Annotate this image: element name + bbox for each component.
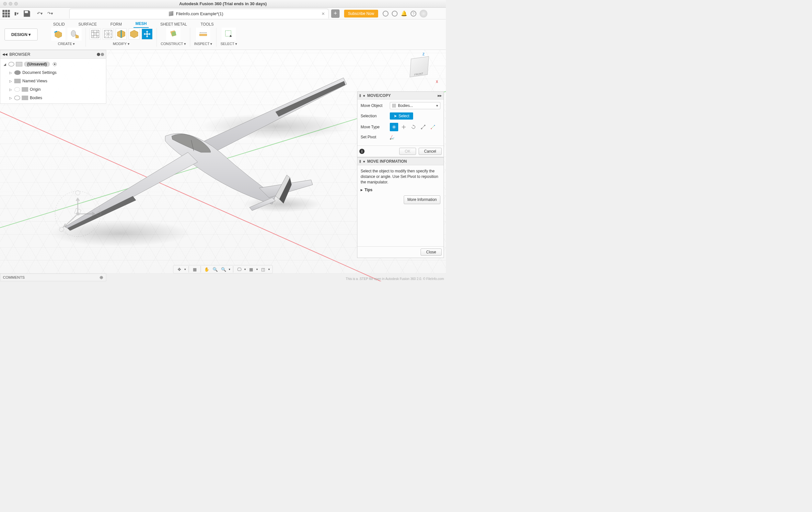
group-select-label[interactable]: SELECT ▾ xyxy=(220,42,237,46)
body-icon xyxy=(392,104,396,108)
tab-form[interactable]: FORM xyxy=(109,21,124,28)
tab-solid[interactable]: SOLID xyxy=(51,21,67,28)
viewport-layout-icon[interactable]: ◫ xyxy=(260,266,266,273)
tab-tools[interactable]: TOOLS xyxy=(199,21,215,28)
display-settings-icon[interactable]: 🖵 xyxy=(236,266,242,273)
tree-item-origin[interactable]: ▷ Origin xyxy=(0,85,106,94)
panel-collapse-icon[interactable]: ● xyxy=(363,159,365,164)
visibility-icon[interactable] xyxy=(8,62,14,66)
ribbon: DESIGN ▾ SOLID SURFACE FORM MESH SHEET M… xyxy=(0,20,446,50)
job-status-icon[interactable] xyxy=(392,11,398,17)
new-tab-button[interactable]: + xyxy=(331,9,340,18)
plane-cut-icon[interactable] xyxy=(116,29,127,39)
subscribe-button[interactable]: Subscribe Now xyxy=(344,10,378,18)
browser-collapse-icon[interactable]: ◀◀ xyxy=(2,53,7,56)
reverse-normal-icon[interactable] xyxy=(128,29,140,39)
info-text: Select the object to modify then specify… xyxy=(360,169,440,185)
measure-icon[interactable] xyxy=(196,28,210,40)
zoom-icon[interactable]: 🔍 xyxy=(212,266,219,273)
move-p2p-icon[interactable] xyxy=(419,123,427,131)
orbit-icon[interactable]: ✥ xyxy=(176,266,182,273)
move-info-panel: ⦀ ● MOVE INFORMATION Select the object t… xyxy=(357,157,444,258)
more-info-button[interactable]: More Information xyxy=(404,195,440,204)
viewcube[interactable]: FRONT Z X xyxy=(407,54,436,84)
file-new-icon[interactable]: ▮▾ xyxy=(12,9,21,18)
tab-surface[interactable]: SURFACE xyxy=(77,21,99,28)
tree-item-docsettings[interactable]: ▷ Document Settings xyxy=(0,68,106,77)
undo-icon[interactable]: ↶▾ xyxy=(36,9,44,18)
close-button[interactable]: Close xyxy=(420,249,442,256)
tab-mesh[interactable]: MESH xyxy=(134,20,149,28)
select-button[interactable]: ➤Select xyxy=(390,112,413,120)
titlebar: Autodesk Fusion 360 (Trial ends in 30 da… xyxy=(0,0,446,8)
panel-grip-icon[interactable]: ⦀ xyxy=(359,93,361,98)
help-icon[interactable]: ? xyxy=(410,11,416,17)
insert-mesh-icon[interactable] xyxy=(51,28,65,40)
document-tab[interactable]: FileInfo.com Example*(1) ✕ xyxy=(69,9,328,19)
visibility-icon[interactable] xyxy=(14,95,20,100)
grid-menu-icon[interactable] xyxy=(2,9,10,18)
tree-item-bodies[interactable]: ▷ Bodies xyxy=(0,94,106,102)
svg-marker-16 xyxy=(130,30,138,37)
tessellate-icon[interactable] xyxy=(67,28,82,40)
tips-toggle[interactable]: ▸ Tips xyxy=(360,187,440,193)
tree-root[interactable]: ◢ (Unsaved) xyxy=(0,60,106,68)
group-construct-label[interactable]: CONSTRUCT ▾ xyxy=(161,42,186,46)
document-icon xyxy=(16,62,22,66)
selection-label: Selection xyxy=(360,114,386,118)
move-object-dropdown[interactable]: Bodies... xyxy=(390,102,440,109)
move-freemove-icon[interactable] xyxy=(390,123,398,131)
move-rotate-icon[interactable] xyxy=(409,123,418,131)
doc-tab-label: FileInfo.com Example*(1) xyxy=(176,11,223,16)
group-create-label[interactable]: CREATE ▾ xyxy=(58,42,75,46)
panel-grip-icon[interactable]: ⦀ xyxy=(359,159,361,164)
tab-sheetmetal[interactable]: SHEET METAL xyxy=(158,21,189,28)
comments-bar[interactable]: COMMENTS ⊕ xyxy=(0,274,106,281)
svg-rect-0 xyxy=(3,10,5,12)
move-copy-icon[interactable] xyxy=(142,29,153,39)
select-icon[interactable] xyxy=(222,28,236,40)
svg-point-11 xyxy=(71,30,76,37)
close-tab-icon[interactable]: ✕ xyxy=(321,11,325,16)
set-pivot-icon[interactable] xyxy=(390,135,395,140)
svg-rect-19 xyxy=(200,34,207,36)
panel-expand-icon[interactable]: ▸▸ xyxy=(438,93,442,98)
notifications-icon[interactable]: 🔔 xyxy=(401,10,407,17)
workspace-switcher[interactable]: DESIGN ▾ xyxy=(4,29,37,40)
viewcube-face[interactable]: FRONT xyxy=(410,56,429,78)
move-manipulator[interactable] xyxy=(46,188,110,240)
extensions-icon[interactable] xyxy=(383,11,388,17)
nav-bar: ✥▾ ▦ ✋ 🔍 🔍▾ 🖵▾ ▦▾ ◫▾ xyxy=(173,265,273,274)
remesh-icon[interactable] xyxy=(90,29,101,39)
look-at-icon[interactable]: ▦ xyxy=(192,266,198,273)
tree-item-namedviews[interactable]: ▷ Named Views xyxy=(0,77,106,85)
tree-root-label: (Unsaved) xyxy=(24,62,50,67)
svg-point-34 xyxy=(390,139,391,140)
comments-expand-icon[interactable]: ⊕ xyxy=(99,275,104,280)
zoom-window-icon[interactable]: 🔍 xyxy=(220,266,227,273)
visibility-off-icon[interactable] xyxy=(14,87,20,92)
reduce-icon[interactable] xyxy=(103,29,114,39)
folder-icon xyxy=(22,87,28,92)
svg-rect-1 xyxy=(5,10,7,12)
construct-plane-icon[interactable] xyxy=(166,28,180,40)
move-p2p-axes-icon[interactable] xyxy=(429,123,437,131)
move-translate-icon[interactable] xyxy=(400,123,408,131)
user-avatar[interactable] xyxy=(419,10,427,18)
save-icon[interactable] xyxy=(23,9,31,18)
svg-rect-2 xyxy=(8,10,10,12)
info-icon[interactable]: i xyxy=(359,149,365,154)
gear-icon xyxy=(14,70,21,75)
pan-icon[interactable]: ✋ xyxy=(203,266,210,273)
redo-icon[interactable]: ↷▾ xyxy=(46,9,54,18)
svg-rect-6 xyxy=(3,15,5,17)
ok-button[interactable]: OK xyxy=(399,148,416,155)
panel-collapse-icon[interactable]: ● xyxy=(363,93,365,98)
active-component-icon[interactable] xyxy=(53,62,57,66)
group-modify-label[interactable]: MODIFY ▾ xyxy=(113,42,129,46)
browser-pin-icon[interactable] xyxy=(97,53,104,56)
grid-settings-icon[interactable]: ▦ xyxy=(248,266,254,273)
svg-point-28 xyxy=(59,227,64,232)
cancel-button[interactable]: Cancel xyxy=(418,148,442,155)
group-inspect-label[interactable]: INSPECT ▾ xyxy=(194,42,212,46)
